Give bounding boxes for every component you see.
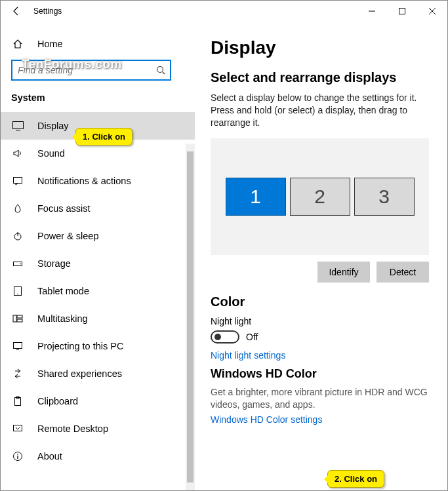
svg-rect-18	[14, 343, 22, 349]
sidebar-item-label: Tablet mode	[37, 286, 89, 296]
sidebar-item-label: Focus assist	[37, 203, 91, 214]
power-icon	[11, 231, 24, 241]
callout-2: 2. Click on	[327, 470, 384, 488]
night-light-toggle[interactable]	[211, 330, 239, 344]
minimize-button[interactable]	[357, 1, 387, 22]
sound-icon	[11, 148, 24, 159]
multitasking-icon	[11, 313, 24, 324]
callout-1: 1. Click on	[75, 128, 132, 146]
hdcolor-desc: Get a brighter, more vibrant picture in …	[211, 386, 429, 411]
monitor-3[interactable]: 3	[354, 178, 415, 216]
sidebar-item-label: Display	[37, 121, 69, 131]
sidebar-item-label: About	[37, 451, 62, 462]
home-label: Home	[37, 39, 63, 49]
sidebar-item-label: Notifications & actions	[37, 176, 131, 186]
rearrange-desc: Select a display below to change the set…	[211, 92, 429, 129]
page-title: Display	[211, 37, 429, 58]
svg-rect-8	[14, 178, 22, 184]
svg-point-12	[20, 264, 21, 265]
sidebar-item-tablet-mode[interactable]: Tablet mode	[1, 277, 195, 305]
sidebar-item-focus-assist[interactable]: Focus assist	[1, 195, 195, 222]
sidebar: Home System Display Sound Notificatio	[1, 22, 195, 490]
tablet-icon	[11, 286, 24, 296]
sidebar-item-power-sleep[interactable]: Power & sleep	[1, 222, 195, 250]
about-icon	[11, 451, 24, 462]
search-input[interactable]	[18, 65, 155, 75]
sidebar-item-about[interactable]: About	[1, 442, 195, 470]
sidebar-item-remote-desktop[interactable]: Remote Desktop	[1, 415, 195, 442]
sidebar-item-shared-experiences[interactable]: Shared experiences	[1, 360, 195, 387]
clipboard-icon	[11, 396, 24, 406]
projecting-icon	[11, 341, 24, 351]
sidebar-section-header: System	[1, 87, 195, 112]
search-box[interactable]	[11, 60, 171, 81]
hdcolor-title: Windows HD Color	[211, 367, 429, 381]
sidebar-item-label: Sound	[37, 148, 65, 159]
color-title: Color	[211, 294, 429, 309]
sidebar-item-label: Multitasking	[37, 313, 88, 324]
focus-assist-icon	[11, 203, 24, 214]
svg-rect-1	[399, 9, 405, 14]
sidebar-item-storage[interactable]: Storage	[1, 250, 195, 277]
sidebar-item-label: Remote Desktop	[37, 423, 108, 434]
sidebar-item-label: Projecting to this PC	[37, 341, 123, 351]
detect-button[interactable]: Detect	[377, 262, 429, 283]
close-button[interactable]	[417, 1, 447, 22]
night-light-settings-link[interactable]: Night light settings	[211, 350, 285, 361]
svg-point-14	[17, 294, 18, 294]
svg-rect-17	[17, 319, 22, 322]
monitor-2[interactable]: 2	[290, 178, 350, 216]
svg-rect-6	[12, 122, 23, 129]
sidebar-scrollbar[interactable]	[186, 144, 195, 491]
identify-button[interactable]: Identify	[317, 262, 370, 283]
sidebar-nav: Display Sound Notifications & actions Fo…	[1, 112, 195, 470]
shared-icon	[11, 368, 24, 379]
maximize-button[interactable]	[387, 1, 417, 22]
svg-point-23	[17, 454, 18, 455]
home-button[interactable]: Home	[1, 31, 195, 57]
home-icon	[11, 39, 24, 49]
display-icon	[11, 121, 24, 130]
main-content: Display Select and rearrange displays Se…	[195, 22, 447, 490]
monitor-1[interactable]: 1	[226, 178, 286, 216]
sidebar-item-projecting[interactable]: Projecting to this PC	[1, 332, 195, 360]
svg-point-4	[157, 67, 163, 73]
back-button[interactable]	[6, 1, 27, 22]
sidebar-item-label: Power & sleep	[37, 231, 99, 241]
sidebar-item-label: Shared experiences	[37, 368, 122, 379]
scrollbar-thumb[interactable]	[187, 151, 193, 482]
rearrange-title: Select and rearrange displays	[211, 70, 429, 85]
sidebar-item-notifications[interactable]: Notifications & actions	[1, 167, 195, 195]
sidebar-item-multitasking[interactable]: Multitasking	[1, 305, 195, 332]
hdcolor-settings-link[interactable]: Windows HD Color settings	[211, 414, 322, 425]
storage-icon	[11, 258, 24, 269]
search-icon	[155, 65, 166, 75]
night-light-label: Night light	[211, 316, 429, 326]
remote-desktop-icon	[11, 423, 24, 434]
night-light-state: Off	[246, 332, 258, 342]
svg-rect-21	[14, 425, 22, 431]
svg-line-5	[163, 72, 165, 74]
notifications-icon	[11, 176, 24, 186]
svg-rect-16	[17, 315, 22, 318]
svg-rect-15	[13, 315, 16, 322]
window-title: Settings	[33, 7, 62, 16]
sidebar-item-label: Storage	[37, 258, 71, 269]
window-controls	[357, 1, 447, 22]
sidebar-item-clipboard[interactable]: Clipboard	[1, 387, 195, 415]
titlebar: Settings	[1, 1, 447, 22]
sidebar-item-label: Clipboard	[37, 396, 78, 406]
display-arrange-area[interactable]: 1 2 3	[211, 138, 429, 255]
